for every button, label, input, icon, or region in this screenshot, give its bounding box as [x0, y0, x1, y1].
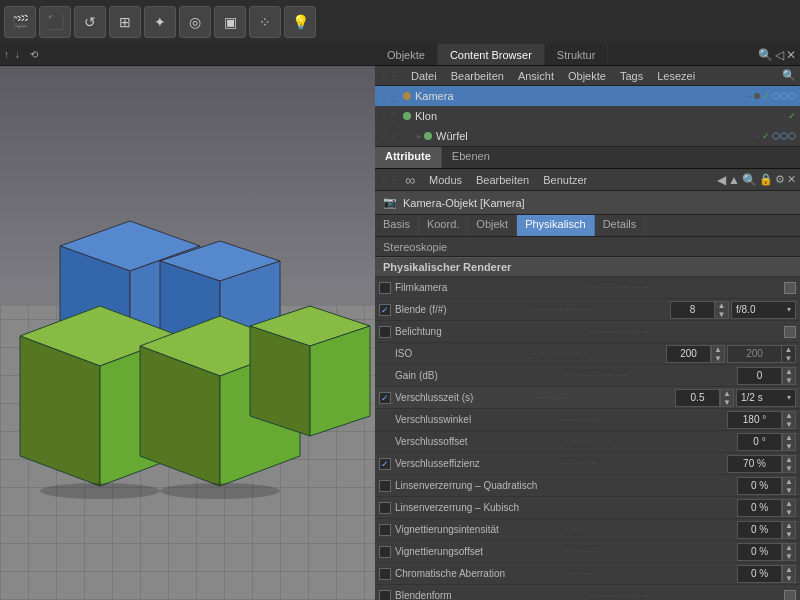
attr-benutzer[interactable]: Benutzer	[537, 173, 593, 187]
toolbar-icon-dots[interactable]: ⁘	[249, 6, 281, 38]
close-panel-icon[interactable]: ✕	[786, 48, 796, 62]
menu-tags[interactable]: Tags	[614, 69, 649, 83]
gain-value[interactable]: 0	[737, 367, 782, 385]
belichtung-toggle[interactable]	[784, 326, 796, 338]
chrom-aberr-value[interactable]: 0 %	[737, 565, 782, 583]
verschlussoffset-value[interactable]: 0 °	[737, 433, 782, 451]
wuerfel-icons: ⬡⬡⬡	[772, 131, 796, 141]
toolbar-icon-circle[interactable]: ◎	[179, 6, 211, 38]
klon-label: Klon	[415, 110, 780, 122]
verschlusseffizienz-value[interactable]: 70 %	[727, 455, 782, 473]
voff-spin[interactable]: ▲▼	[782, 543, 796, 561]
iso-spin[interactable]: ▲▼	[711, 345, 725, 363]
tab-attribute[interactable]: Attribute	[375, 147, 442, 168]
tab-ebenen[interactable]: Ebenen	[442, 147, 501, 168]
verschlusszeit-dropdown-val: 1/2 s	[741, 392, 763, 403]
linsen-quad-value[interactable]: 0 %	[737, 477, 782, 495]
blende-spin-up[interactable]: ▲▼	[715, 301, 729, 319]
vi-checkbox[interactable]	[379, 524, 391, 536]
lq-checkbox[interactable]	[379, 480, 391, 492]
ve-checkbox[interactable]	[379, 458, 391, 470]
toolbar-icon-loop[interactable]: ↺	[74, 6, 106, 38]
verschlusszeit-dropdown[interactable]: 1/2 s ▾	[736, 389, 796, 407]
lk-spin[interactable]: ▲▼	[782, 499, 796, 517]
ca-checkbox[interactable]	[379, 568, 391, 580]
vp-icon-up[interactable]: ↑	[4, 49, 9, 60]
vp-icon-down[interactable]: ↓	[15, 49, 20, 60]
close-attr-icon[interactable]: ✕	[787, 173, 796, 186]
prop-tab-basis[interactable]: Basis	[375, 215, 419, 236]
menu-objekte[interactable]: Objekte	[562, 69, 612, 83]
belichtung-checkbox[interactable]	[379, 326, 391, 338]
voff-checkbox[interactable]	[379, 546, 391, 558]
nav-left-icon[interactable]: ◀	[717, 173, 726, 187]
tab-struktur[interactable]: Struktur	[545, 44, 609, 65]
prop-iso: ISO ················ 200 ▲▼ 200 ▲▼	[375, 343, 800, 365]
tab-content-browser[interactable]: Content Browser	[438, 44, 545, 65]
tree-row-wuerfel[interactable]: ⋮⋮ ▸ Würfel ·· ✓ ⬡⬡⬡	[375, 126, 800, 146]
blende-dropdown[interactable]: f/8.0 ▾	[731, 301, 796, 319]
nav-arrow-icon[interactable]: ▲	[728, 173, 740, 187]
prop-tab-objekt[interactable]: Objekt	[468, 215, 517, 236]
vignett-off-value[interactable]: 0 %	[737, 543, 782, 561]
vi-spin[interactable]: ▲▼	[782, 521, 796, 539]
iso-value1[interactable]: 200	[666, 345, 711, 363]
verschlusszeit-checkbox[interactable]	[379, 392, 391, 404]
toolbar-icon-grid[interactable]: ⊞	[109, 6, 141, 38]
prop-tab-physikalisch[interactable]: Physikalisch	[517, 215, 595, 236]
tab-objekte[interactable]: Objekte	[375, 44, 438, 65]
verschlusswinkel-value[interactable]: 180 °	[727, 411, 782, 429]
attr-search-icon[interactable]: 🔍	[742, 173, 757, 187]
vw-spin[interactable]: ▲▼	[782, 411, 796, 429]
blende-dropdown-arrow: ▾	[787, 305, 791, 314]
lq-spin[interactable]: ▲▼	[782, 477, 796, 495]
gain-spin[interactable]: ▲▼	[782, 367, 796, 385]
attr-modus[interactable]: Modus	[423, 173, 468, 187]
prop-tab-stereoskopie[interactable]: Stereoskopie	[375, 239, 455, 255]
toolbar-icon-rect[interactable]: ▣	[214, 6, 246, 38]
ca-spin[interactable]: ▲▼	[782, 565, 796, 583]
tree-row-klon[interactable]: ⋮⋮ Klon ·· ✓	[375, 106, 800, 126]
filmkamera-checkbox[interactable]	[379, 282, 391, 294]
vignett-int-value[interactable]: 0 %	[737, 521, 782, 539]
menu-ansicht[interactable]: Ansicht	[512, 69, 560, 83]
viewport[interactable]: ↑ ↓ ⟲	[0, 44, 375, 600]
lk-checkbox[interactable]	[379, 502, 391, 514]
search-icon[interactable]: 🔍	[758, 48, 773, 62]
vo-spin[interactable]: ▲▼	[782, 433, 796, 451]
attr-bearbeiten[interactable]: Bearbeiten	[470, 173, 535, 187]
wuerfel-label: Würfel	[436, 130, 754, 142]
toolbar-icon-light[interactable]: 💡	[284, 6, 316, 38]
bf-checkbox[interactable]	[379, 590, 391, 601]
toolbar-icon-star[interactable]: ✦	[144, 6, 176, 38]
properties-content: Physikalischer Renderer Filmkamera ·····…	[375, 257, 800, 600]
verschlusszeit-spin[interactable]: ▲▼	[720, 389, 734, 407]
settings-icon[interactable]: ⚙	[775, 173, 785, 186]
linsen-kub-value[interactable]: 0 %	[737, 499, 782, 517]
menu-lesezei[interactable]: Lesezei	[651, 69, 701, 83]
main-tab-bar: Objekte Content Browser Struktur 🔍 ◁ ✕	[375, 44, 800, 66]
iso-dots: ················	[531, 348, 667, 359]
verschlusszeit-dots: ·········	[535, 392, 675, 403]
lock-icon[interactable]: 🔒	[759, 173, 773, 186]
blende-value[interactable]: 8	[670, 301, 715, 319]
arrow-left-icon[interactable]: ◁	[775, 48, 784, 62]
tree-row-kamera[interactable]: ⋮⋮ Kamera ·· ✓ ⬡⬡⬡	[375, 86, 800, 106]
viewport-toolbar: ↑ ↓ ⟲	[0, 44, 375, 66]
prop-tab-koord[interactable]: Koord.	[419, 215, 468, 236]
iso-value2[interactable]: 200	[727, 345, 782, 363]
menu-bearbeiten[interactable]: Bearbeiten	[445, 69, 510, 83]
section-header: Physikalischer Renderer	[375, 257, 800, 277]
prop-tab-details[interactable]: Details	[595, 215, 646, 236]
vp-icon-rotate[interactable]: ⟲	[30, 49, 38, 60]
verschlusszeit-value[interactable]: 0.5	[675, 389, 720, 407]
ve-spin[interactable]: ▲▼	[782, 455, 796, 473]
blendenform-toggle[interactable]	[784, 590, 796, 601]
menu-datei[interactable]: Datei	[405, 69, 443, 83]
blende-checkbox[interactable]	[379, 304, 391, 316]
toolbar-icon-cube[interactable]: ⬛	[39, 6, 71, 38]
toolbar-icon-film[interactable]: 🎬	[4, 6, 36, 38]
iso-spin2[interactable]: ▲▼	[782, 345, 796, 363]
filmkamera-toggle[interactable]	[784, 282, 796, 294]
search-obj-icon[interactable]: 🔍	[782, 69, 796, 82]
